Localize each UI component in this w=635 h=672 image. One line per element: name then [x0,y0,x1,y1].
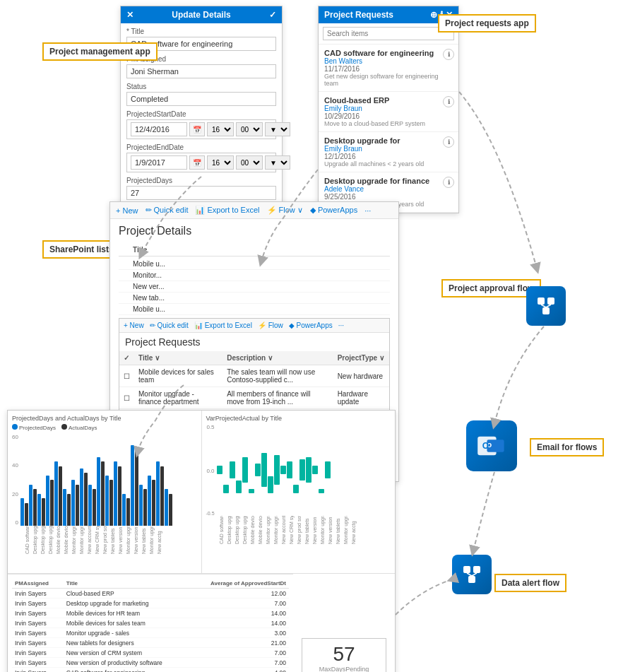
chart-left: ProjectedDays and ActualDays by Title Pr… [8,411,202,573]
ud-enddate-ampm[interactable]: ▼ [265,155,290,170]
svg-text:O: O [482,441,489,451]
project-requests-app-label: Project requests app [438,14,536,33]
ud-startdate-label: ProjectedStartDate [126,110,276,118]
ud-pm-input[interactable] [126,64,276,78]
pr-item-date: 12/1/2016 [324,153,453,160]
list-item: Irvin SayersMobile devices for HR team14… [12,608,289,618]
bar-projected [122,494,126,526]
rt-pm: Irvin Sayers [12,668,64,673]
bar-actual [93,489,96,526]
sp-outer-item: Monitor... [119,270,390,281]
data-alert-flow-icon[interactable] [452,555,492,594]
ud-startdate-cal[interactable]: 📅 [189,122,205,136]
bar-actual [109,480,113,526]
x-label: New CRM system [95,526,102,554]
x-label: New tablets [141,526,149,554]
sp-row-check[interactable]: ☐ [119,387,134,409]
sp-quick-edit-btn[interactable]: ✏ Quick edit [146,206,189,215]
var-bar [293,485,299,493]
bar-projected [63,489,66,526]
table-row: ☐ Mobile devices for sales team The sale… [119,365,389,387]
bar-group [63,489,71,526]
bar-projected [105,476,109,526]
bar-group [80,468,88,526]
pr-item-person: Ben Walters [324,57,453,65]
card-57-container: 57 MaxDaysPending [293,574,395,672]
sp-inner-edit[interactable]: ✏ Quick edit [150,322,189,329]
bar-chart-right [217,424,391,516]
bar-projected [156,461,160,526]
sp-inner-more[interactable]: ··· [338,322,344,329]
pr-item-info[interactable]: ℹ [443,96,454,107]
bar-actual [84,473,88,526]
pr-item-info[interactable]: ℹ [443,177,454,188]
sp-row-desc: All members of finance will move from 19… [222,387,333,409]
sp-powerapps-btn[interactable]: ◆ PowerApps [310,206,357,215]
ud-projdays-input[interactable] [126,186,276,200]
outlook-icon[interactable]: o O [466,420,517,471]
x-label: New tablets [110,526,118,554]
rt-title: Cloud-based ERP [64,589,191,599]
email-for-flows-label: Email for flows [530,438,604,456]
sp-col-desc: Description ∨ [222,351,333,365]
sp-inner-new[interactable]: + New [124,322,144,329]
ud-enddate-hour[interactable]: 16 [207,155,234,170]
list-item: Irvin SayersNew tablets for designers21.… [12,638,289,648]
ud-startdate-hour[interactable]: 16 [207,122,234,136]
pr-search-input[interactable] [323,27,454,40]
bar-actual [160,466,164,526]
sp-row-check[interactable]: ☐ [119,365,134,387]
ud-status-input[interactable] [126,92,276,106]
sp-col-check: ✓ [119,351,134,365]
x-label-right: New accounting [281,516,289,544]
pr-item-person: Adele Vance [324,185,453,193]
sp-col-title: Title ∨ [134,351,222,365]
ud-status-field: Status [126,83,276,106]
ud-projdays-label: ProjectedDays [126,177,276,184]
x-label-right: New version CRM [312,516,320,544]
ud-enddate-cal[interactable]: 📅 [189,155,205,170]
x-label: Desktop upgrade for... [40,526,48,554]
sp-new-btn[interactable]: + New [116,206,138,215]
ud-check-icon[interactable]: ✓ [269,10,276,20]
rt-avg: 3.00 [191,628,289,638]
project-approval-flow-icon[interactable] [526,286,566,326]
x-label-right: Monitor upgrade - fin [320,516,328,544]
card-label: MaxDaysPending [307,666,381,673]
pr-item-info[interactable]: ℹ [443,136,454,148]
bar-group [29,485,37,526]
var-bar [312,466,318,474]
sp-row-type: Hardware update [333,387,389,409]
sp-inner-toolbar: + New ✏ Quick edit 📊 Export to Excel ⚡ F… [119,319,389,333]
var-bar [306,457,311,483]
sp-inner-excel[interactable]: 📊 Export to Excel [194,322,252,329]
sp-inner-flow[interactable]: ⚡ Flow [258,322,283,329]
rt-pm: Irvin Sayers [12,658,64,668]
ud-enddate-input[interactable] [131,155,187,170]
bar-group [37,494,45,526]
sp-flow-btn[interactable]: ⚡ Flow ∨ [267,206,303,215]
ud-enddate-min[interactable]: 00 [236,155,263,170]
ud-projdays-field: ProjectedDays [126,177,276,200]
sp-excel-btn[interactable]: 📊 Export to Excel [195,206,259,215]
sp-row-desc: The sales team will now use Contoso-supp… [222,365,333,387]
bar-projected [97,457,100,526]
rt-pm: Irvin Sayers [12,589,64,599]
pr-item-info[interactable]: ℹ [443,49,454,60]
sp-row-type: New hardware [333,365,389,387]
ud-startdate-ampm[interactable]: ▼ [265,122,290,136]
ud-close-icon[interactable]: ✕ [126,10,133,20]
ud-startdate-input[interactable] [131,122,187,136]
rt-title: Mobile devices for HR team [64,608,191,618]
sp-inner-apps[interactable]: ◆ PowerApps [289,322,333,329]
rt-title: New tablets for designers [64,638,191,648]
var-bar [299,459,305,481]
bar-group [122,494,130,526]
sp-outer-items: Mobile u...Monitor...New ver...New tab..… [119,259,390,315]
bar-actual [152,480,155,526]
x-label: Desktop upgrade app [32,526,40,554]
sp-more-btn[interactable]: ··· [364,206,371,215]
x-label-right: Mobile devices sales [258,516,266,544]
pr-search-icon[interactable]: ⊕ [430,10,437,20]
ud-startdate-min[interactable]: 00 [236,122,263,136]
